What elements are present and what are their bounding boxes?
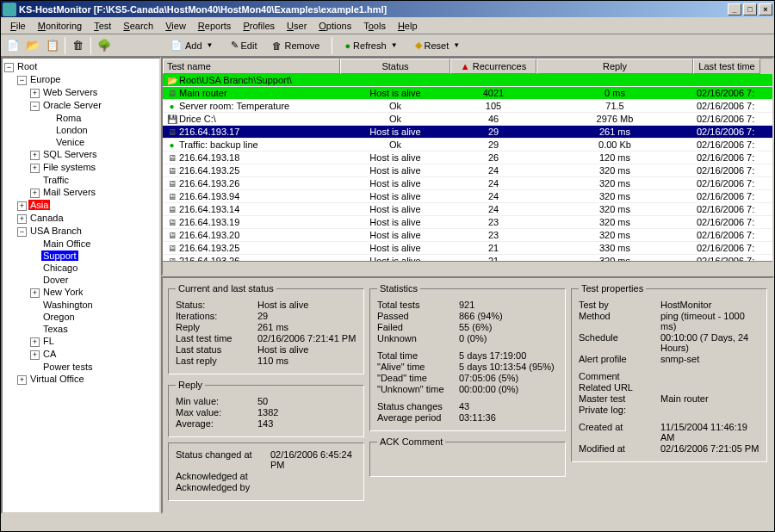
table-row[interactable]: ●Server room: TemperatureOk10571.502/16/…	[163, 100, 772, 113]
close-button[interactable]: ×	[759, 3, 772, 15]
table-row[interactable]: ●Traffic: backup lineOk290.00 Kb02/16/20…	[163, 139, 772, 152]
tree-power[interactable]: Power tests	[4, 361, 158, 373]
table-row[interactable]: 🖥216.64.193.26Host is alive21320 ms02/16…	[163, 255, 772, 261]
host-icon: 🖥	[166, 127, 177, 138]
tree-wash[interactable]: Washington	[4, 299, 158, 311]
host-icon: 🖥	[166, 178, 177, 189]
edit-button[interactable]: ✎Edit	[225, 36, 264, 55]
tree-root[interactable]: −Root	[4, 60, 158, 73]
tree-fs[interactable]: +File systems	[4, 161, 158, 174]
menu-test[interactable]: Test	[88, 19, 117, 33]
menu-help[interactable]: Help	[392, 19, 424, 33]
tree-texas[interactable]: Texas	[4, 323, 158, 335]
menu-file[interactable]: File	[4, 19, 32, 33]
drive-icon: 💾	[166, 114, 177, 125]
host-icon: 🖥	[166, 165, 177, 176]
tree-virtual[interactable]: +Virtual Office	[4, 373, 158, 386]
reply-group: Reply Min value:50 Max value:1382 Averag…	[168, 380, 364, 437]
chevron-down-icon[interactable]: ▼	[389, 41, 400, 49]
temp-icon: ●	[166, 101, 177, 112]
table-row[interactable]: 🖥216.64.193.18Host is alive26120 ms02/16…	[163, 152, 772, 164]
breadcrumb-row[interactable]: 📂Root\USA Branch\Support\	[163, 74, 772, 87]
table-row[interactable]: 🖥216.64.193.14Host is alive24320 ms02/16…	[163, 203, 772, 216]
col-recurrences[interactable]: ▲ Recurrences	[450, 59, 536, 74]
tree-venice[interactable]: Venice	[4, 136, 158, 148]
tree-pane[interactable]: −Root −Europe +Web Servers −Oracle Serve…	[1, 57, 161, 514]
menu-monitoring[interactable]: Monitoring	[32, 19, 88, 33]
table-row[interactable]: 🖥216.64.193.19Host is alive23320 ms02/16…	[163, 216, 772, 229]
tree-usa[interactable]: −USA Branch	[4, 225, 158, 238]
tree-main[interactable]: Main Office	[4, 238, 158, 250]
add-button[interactable]: 📄Add▼	[164, 36, 221, 55]
host-icon: 🖥	[166, 204, 177, 215]
col-time[interactable]: Last test time	[693, 59, 760, 74]
tree-ny[interactable]: +New York	[4, 286, 158, 299]
table-row[interactable]: 🖥216.64.193.94Host is alive24320 ms02/16…	[163, 190, 772, 203]
add-icon: 📄	[170, 40, 183, 51]
tree-dover[interactable]: Dover	[4, 274, 158, 286]
menu-profiles[interactable]: Profiles	[237, 19, 281, 33]
props-legend: Test properties	[579, 283, 646, 294]
tree-ca[interactable]: +CA	[4, 348, 158, 361]
table-row[interactable]: 💾Drice C:\Ok462976 Mb02/16/2006 7:	[163, 113, 772, 126]
col-reply[interactable]: Reply	[536, 59, 693, 74]
table-row[interactable]: 🖥216.64.193.25Host is alive24320 ms02/16…	[163, 164, 772, 177]
menu-search[interactable]: Search	[117, 19, 159, 33]
minimize-button[interactable]: _	[728, 3, 741, 15]
tree-europe[interactable]: −Europe	[4, 73, 158, 86]
tree-oregon[interactable]: Oregon	[4, 311, 158, 323]
tree-fl[interactable]: +FL	[4, 335, 158, 348]
temp-icon: ●	[166, 139, 177, 151]
toolbar-copy-icon[interactable]: 📋	[42, 36, 62, 55]
toolbar-tree-icon[interactable]: 🌳	[94, 36, 114, 55]
toolbar-new-icon[interactable]: 📄	[3, 36, 22, 55]
right-toolbar: 📄Add▼ ✎Edit 🗑Remove ●Refresh▼ ◆Reset▼	[161, 34, 774, 57]
reset-button[interactable]: ◆Reset▼	[409, 36, 468, 55]
chevron-down-icon[interactable]: ▼	[205, 41, 215, 49]
tree-roma[interactable]: Roma	[4, 112, 158, 124]
toolbar-open-icon[interactable]: 📂	[22, 36, 42, 55]
tree-canada[interactable]: +Canada	[4, 212, 158, 225]
tree-mail[interactable]: +Mail Servers	[4, 186, 158, 199]
toolbar-delete-icon[interactable]: 🗑	[68, 36, 88, 55]
ack-comment-legend: ACK Comment	[377, 436, 445, 447]
folder-icon: 📂	[166, 75, 177, 86]
table-row[interactable]: 🖥216.64.193.17Host is alive29261 ms02/16…	[163, 126, 772, 139]
menu-reports[interactable]: Reports	[192, 19, 238, 33]
tree-sql[interactable]: +SQL Servers	[4, 148, 158, 161]
menu-view[interactable]: View	[159, 19, 192, 33]
edit-icon: ✎	[231, 40, 239, 51]
menu-options[interactable]: Options	[313, 19, 357, 33]
table-row[interactable]: 🖥216.64.193.25Host is alive21330 ms02/16…	[163, 242, 772, 255]
reset-icon: ◆	[415, 40, 422, 51]
ack-group: Status changed at02/16/2006 6:45:24 PM A…	[168, 442, 364, 501]
maximize-button[interactable]: □	[743, 3, 757, 15]
col-name[interactable]: Test name	[163, 59, 340, 74]
table-row[interactable]: 🖥216.64.193.20Host is alive23320 ms02/16…	[163, 229, 772, 242]
tree-london[interactable]: London	[4, 124, 158, 136]
statistics-group: Statistics Total tests921 Passed866 (94%…	[369, 283, 566, 431]
tree-web[interactable]: +Web Servers	[4, 86, 158, 99]
titlebar: KS-HostMonitor [F:\KS5-Canada\HostMon40\…	[1, 1, 774, 17]
host-icon: 🖥	[166, 243, 177, 254]
menu-tools[interactable]: Tools	[357, 19, 392, 33]
remove-button[interactable]: 🗑Remove	[266, 36, 326, 55]
tree-asia[interactable]: +Asia	[4, 199, 158, 212]
chevron-down-icon[interactable]: ▼	[451, 41, 462, 49]
detail-pane[interactable]: Current and last status Status:Host is a…	[161, 276, 774, 514]
table-row[interactable]: 🖥Main routerHost is alive40210 ms02/16/2…	[163, 87, 772, 100]
horizontal-scrollbar[interactable]	[163, 261, 772, 275]
app-icon	[3, 3, 16, 16]
tree-chicago[interactable]: Chicago	[4, 262, 158, 274]
menu-user[interactable]: User	[281, 19, 313, 33]
tree-traffic[interactable]: Traffic	[4, 174, 158, 186]
grid-body[interactable]: 📂Root\USA Branch\Support\🖥Main routerHos…	[163, 74, 772, 261]
tree-support[interactable]: Support	[4, 250, 158, 262]
refresh-icon: ●	[344, 40, 350, 51]
host-icon: 🖥	[166, 217, 177, 228]
col-status[interactable]: Status	[340, 59, 450, 74]
host-icon: 🖥	[166, 152, 177, 164]
table-row[interactable]: 🖥216.64.193.26Host is alive24320 ms02/16…	[163, 177, 772, 190]
refresh-button[interactable]: ●Refresh▼	[338, 36, 405, 55]
tree-oracle[interactable]: −Oracle Server	[4, 99, 158, 112]
